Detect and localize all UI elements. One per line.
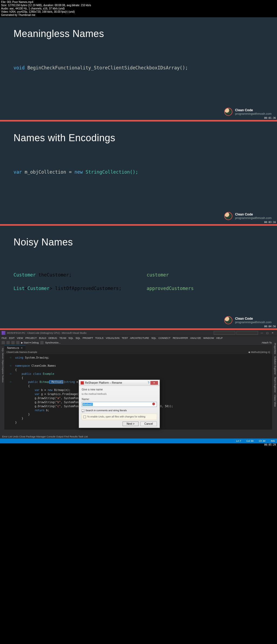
avatar-icon: [224, 212, 232, 220]
keyword-new: new: [74, 169, 83, 175]
bad-column: Customer theCustomer; List<Customer> lis…: [14, 272, 130, 299]
slide-names-with-encodings: Names with Encodings var m_objCollection…: [0, 122, 277, 224]
brand-sub: programmingwithmosh.com: [235, 216, 272, 220]
file-tab[interactable]: Names.cs✕: [4, 345, 25, 350]
dialog-close-button[interactable]: ✕: [150, 381, 158, 385]
footer-brand: Clean Code programmingwithmosh.com: [224, 316, 272, 324]
right-sidebar-tabs[interactable]: Properties Solution Explorer Team Explor…: [272, 341, 277, 412]
good-name: customer: [147, 272, 263, 278]
brand-title: Clean Code: [235, 108, 272, 112]
dialog-title-text: ReSharper Platform – Rename: [85, 381, 148, 385]
vs-logo-icon: [2, 331, 5, 335]
meta-gen: Generated by Thumbnail me: [1, 14, 276, 17]
rename-dialog: ReSharper Platform – Rename ? ✕ Give a n…: [79, 380, 160, 428]
quick-launch-input[interactable]: [236, 331, 258, 335]
identifier: m_objCollection =: [25, 169, 74, 175]
nav-class[interactable]: CleanCode.Names.Example: [6, 351, 248, 353]
stack-overflow-search[interactable]: [214, 331, 235, 335]
slide-title: Meaningless Names: [14, 28, 263, 39]
keyword-void: void: [14, 65, 25, 70]
solution-explorer-tab[interactable]: Solution Explorer: [273, 356, 276, 375]
slide-noisy-names: Noisy Names Customer theCustomer; List<C…: [0, 226, 277, 328]
line-gutter: ⊟⊟⊟⊟: [4, 356, 13, 416]
meta-audio: Audio: aac, 44100 Hz, 1 channels, s16, 3…: [1, 7, 276, 10]
meta-file: File: 001 Poor Names.mp4: [1, 1, 276, 4]
timestamp: 00:01:36: [264, 117, 276, 119]
type-name: StringCollection();: [85, 169, 138, 175]
properties-tab[interactable]: Properties: [273, 343, 276, 354]
brand-title: Clean Code: [235, 317, 272, 321]
titlebar: MOSHFEGH-PC · CleanCode (Debug|Any CPU) …: [0, 330, 277, 336]
name-label: Name:: [82, 398, 90, 401]
status-col: Col 30: [246, 440, 253, 442]
code-example: void BeginCheckFunctionality_StoreClient…: [14, 65, 263, 70]
type-name: Customer: [14, 272, 36, 278]
window-title: MOSHFEGH-PC · CleanCode (Debug|Any CPU) …: [7, 332, 214, 334]
nav-bar[interactable]: CleanCode.Names.Example ◆ Method1(string…: [4, 350, 272, 354]
brand-title: Clean Code: [235, 213, 272, 216]
nav-fwd-icon[interactable]: [6, 341, 10, 344]
undo-hint: To enable Undo, open all files with chan…: [82, 414, 157, 420]
left-sidebar-tabs[interactable]: SQL Server Object Explorer Toolbox: [0, 346, 4, 395]
timestamp: 00:03:16: [264, 221, 276, 224]
dialog-titlebar[interactable]: ReSharper Platform – Rename ? ✕: [79, 380, 160, 386]
status-ch: Ch 30: [259, 440, 265, 442]
good-column: customer approvedCustomers: [147, 272, 263, 299]
cancel-button[interactable]: Cancel: [140, 422, 157, 426]
team-explorer-tab[interactable]: Team Explorer: [273, 377, 276, 393]
brand-sub: programmingwithmosh.com: [235, 321, 272, 324]
main-menu[interactable]: FILE EDIT VIEW PROJECT BUILD DEBUG TEAM …: [0, 336, 277, 340]
bad-name: > listOfApprovedCustomers;: [50, 286, 121, 291]
nav-method[interactable]: ◆ Method1(string n): [248, 351, 270, 353]
undo-icon[interactable]: [16, 341, 19, 344]
timestamp: 00:04:56: [264, 325, 276, 328]
status-ins: INS: [271, 440, 275, 442]
search-comments-checkbox[interactable]: ✓Search in comments and string literals: [82, 409, 157, 413]
final-timestamp-row: 00:05:29: [0, 443, 277, 447]
keyword-var: var: [14, 169, 22, 175]
error-indicator-icon: [152, 403, 155, 405]
bottom-tool-tabs[interactable]: Error List Undo Close Package Manager Co…: [0, 435, 277, 439]
visual-studio-window: MOSHFEGH-PC · CleanCode (Debug|Any CPU) …: [0, 330, 277, 443]
nav-back-icon[interactable]: [2, 341, 5, 344]
avatar-icon: [224, 108, 232, 116]
resharper-icon: [81, 381, 84, 385]
close-icon[interactable]: ✕: [270, 332, 275, 334]
synchronize-label[interactable]: Synchronize...: [45, 341, 61, 344]
info-icon: [83, 416, 86, 418]
tab-close-icon[interactable]: ✕: [21, 346, 23, 349]
save-icon[interactable]: [11, 341, 15, 344]
timestamp: 00:05:29: [264, 443, 276, 446]
window-buttons[interactable]: —▢✕: [259, 332, 275, 334]
footer-brand: Clean Code programmingwithmosh.com: [224, 212, 272, 220]
footer-brand: Clean Code programmingwithmosh.com: [224, 108, 272, 116]
slide-title: Noisy Names: [14, 237, 263, 248]
meta-video: Video: h264, yuv420p, 1280x720, 168 kb/s…: [1, 10, 276, 14]
function-name: BeginCheckFunctionality_StoreClientSideC…: [27, 65, 188, 70]
meta-size: Size: 12781158 bytes (12.19 MiB), durati…: [1, 4, 276, 7]
sync-icon[interactable]: [40, 341, 44, 344]
status-bar: Ln 7 Col 30 Ch 30 INS: [0, 439, 277, 443]
slide-meaningless-names: Meaningless Names void BeginCheckFunctio…: [0, 17, 277, 120]
comparison: Customer theCustomer; List<Customer> lis…: [14, 272, 263, 299]
status-line: Ln 7: [236, 440, 241, 442]
name-input[interactable]: Method1: [82, 402, 157, 407]
good-name: approvedCustomers: [147, 286, 263, 291]
type-name: Customer: [27, 286, 50, 291]
help-icon[interactable]: ?: [148, 381, 149, 385]
minimize-icon[interactable]: —: [259, 332, 265, 334]
next-button[interactable]: Next >: [123, 422, 138, 426]
brand-sub: programmingwithmosh.com: [235, 112, 272, 115]
tab-row: Names.cs✕: [4, 345, 272, 350]
maximize-icon[interactable]: ▢: [265, 332, 270, 334]
code-editor[interactable]: ⊟⊟⊟⊟ using System.Drawing; namespace Cle…: [4, 354, 272, 430]
code-example: var m_objCollection = new StringCollecti…: [14, 169, 263, 175]
file-metadata: File: 001 Poor Names.mp4 Size: 12781158 …: [0, 0, 277, 17]
toolbar[interactable]: ▶ Start ▾ Debug Synchronize... Attach To…: [0, 340, 277, 345]
type-name: List: [14, 286, 25, 291]
class-view-tab[interactable]: Class View: [273, 395, 276, 407]
to-method-label: to the method Method1: [82, 392, 157, 396]
slide-title: Names with Encodings: [14, 132, 263, 144]
highlighted-method[interactable]: Method1: [49, 380, 63, 384]
start-debug-button[interactable]: ▶ Start ▾ Debug: [21, 341, 39, 344]
